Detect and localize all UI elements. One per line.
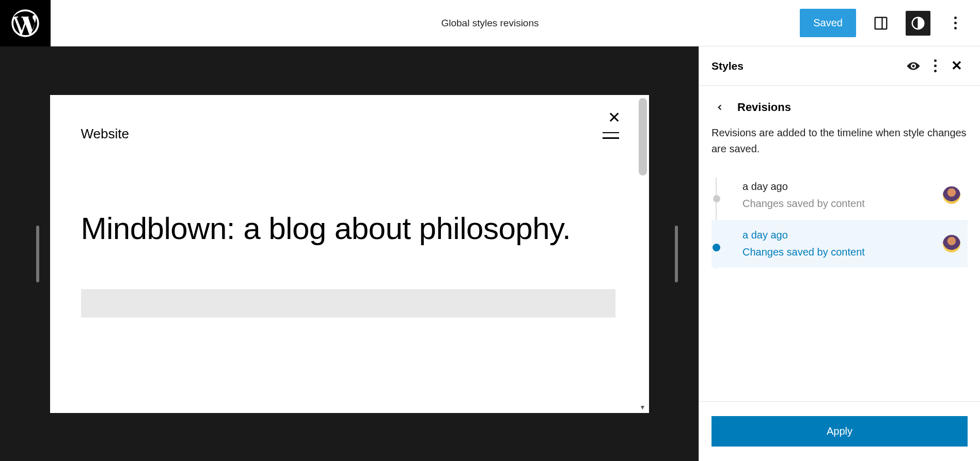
- revision-time: a day ago: [742, 181, 961, 193]
- revision-changes: Changes saved by content: [742, 246, 961, 258]
- wordpress-icon: [9, 7, 42, 40]
- resize-handle-right[interactable]: [675, 226, 678, 282]
- timeline-dot-icon: [713, 244, 720, 251]
- apply-section: Apply: [699, 401, 980, 461]
- panel-description: Revisions are added to the timeline when…: [699, 122, 980, 171]
- sidebar-header: Styles ✕: [699, 46, 980, 86]
- contrast-icon: [910, 15, 926, 31]
- top-actions: Saved: [800, 9, 980, 37]
- close-sidebar-button[interactable]: ✕: [946, 55, 968, 77]
- revision-time: a day ago: [742, 229, 961, 241]
- options-button[interactable]: [943, 11, 968, 36]
- site-preview[interactable]: ✕ Website Mindblown: a blog about philos…: [50, 95, 649, 413]
- revisions-timeline: a day ago Changes saved by content a day…: [699, 171, 980, 268]
- image-placeholder: [81, 289, 615, 317]
- close-icon: ✕: [951, 58, 962, 74]
- page-title: Global styles revisions: [441, 18, 539, 29]
- apply-button[interactable]: Apply: [712, 416, 968, 447]
- chevron-left-icon: [715, 103, 724, 112]
- svg-point-3: [912, 65, 915, 67]
- eye-icon: [906, 60, 921, 72]
- preview-scrollbar[interactable]: [639, 98, 647, 176]
- style-book-button[interactable]: [903, 55, 924, 77]
- view-toggle-button[interactable]: [868, 11, 893, 36]
- sidebar-title: Styles: [712, 60, 744, 72]
- topbar: Global styles revisions Saved: [0, 0, 980, 46]
- saved-button[interactable]: Saved: [800, 9, 856, 37]
- scroll-down-icon[interactable]: ▼: [640, 404, 646, 411]
- sidebar-layout-icon: [873, 15, 889, 31]
- resize-handle-left[interactable]: [36, 226, 39, 282]
- back-button[interactable]: [712, 99, 728, 116]
- kebab-icon: [954, 17, 957, 29]
- svg-rect-0: [875, 17, 887, 29]
- revision-changes: Changes saved by content: [742, 198, 961, 210]
- sidebar: Styles ✕ Revisions Revisions are added: [699, 46, 980, 461]
- site-title: Website: [81, 126, 618, 142]
- revision-item[interactable]: a day ago Changes saved by content: [712, 171, 968, 219]
- panel-title: Revisions: [737, 101, 791, 114]
- revision-item[interactable]: a day ago Changes saved by content: [712, 220, 968, 267]
- avatar: [943, 235, 960, 252]
- wp-logo[interactable]: [0, 0, 51, 46]
- close-icon[interactable]: ✕: [608, 108, 621, 126]
- styles-actions-button[interactable]: [924, 55, 946, 77]
- styles-button[interactable]: [906, 11, 930, 36]
- menu-icon[interactable]: [603, 132, 619, 139]
- kebab-icon: [934, 59, 937, 72]
- breadcrumb: Revisions: [699, 86, 980, 122]
- main: ✕ Website Mindblown: a blog about philos…: [0, 46, 980, 461]
- canvas-area: ✕ Website Mindblown: a blog about philos…: [0, 46, 699, 461]
- blog-heading: Mindblown: a blog about philosophy.: [81, 209, 618, 248]
- timeline-dot-icon: [713, 195, 720, 202]
- avatar: [943, 186, 960, 204]
